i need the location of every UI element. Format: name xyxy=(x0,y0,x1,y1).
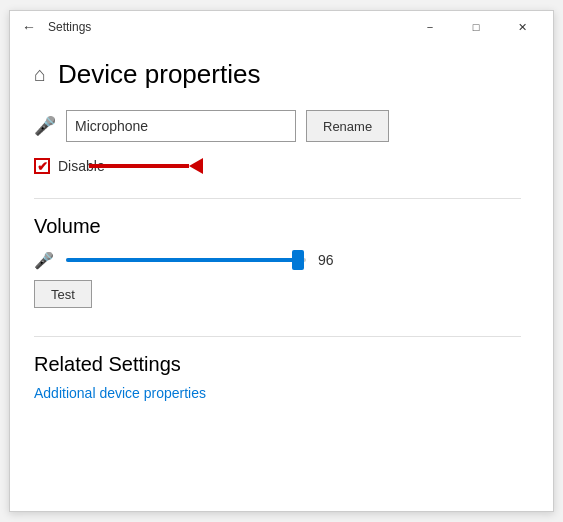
arrow-head xyxy=(189,158,203,174)
volume-row: 🎤 96 xyxy=(34,250,521,270)
close-button[interactable]: ✕ xyxy=(499,11,545,43)
title-bar-controls: − □ ✕ xyxy=(407,11,545,43)
device-name-row: 🎤 Rename xyxy=(34,110,521,142)
arrow-shaft xyxy=(89,164,189,168)
related-settings-title: Related Settings xyxy=(34,353,521,376)
rename-button[interactable]: Rename xyxy=(306,110,389,142)
minimize-button[interactable]: − xyxy=(407,11,453,43)
microphone-icon: 🎤 xyxy=(34,115,56,137)
disable-checkbox[interactable]: ✔ xyxy=(34,158,50,174)
additional-device-properties-link[interactable]: Additional device properties xyxy=(34,385,206,401)
volume-value: 96 xyxy=(318,252,342,268)
test-button[interactable]: Test xyxy=(34,280,92,308)
home-icon: ⌂ xyxy=(34,63,46,86)
content-area: ⌂ Device properties 🎤 Rename ✔ Disable V… xyxy=(10,43,553,511)
maximize-button[interactable]: □ xyxy=(453,11,499,43)
slider-fill xyxy=(66,258,296,262)
device-name-input[interactable] xyxy=(66,110,296,142)
volume-slider-container[interactable] xyxy=(66,250,306,270)
back-button[interactable]: ← xyxy=(18,17,40,37)
volume-section-title: Volume xyxy=(34,215,521,238)
page-title: Device properties xyxy=(58,59,260,90)
settings-window: ← Settings − □ ✕ ⌂ Device properties 🎤 R… xyxy=(9,10,554,512)
slider-thumb[interactable] xyxy=(292,250,304,270)
page-title-row: ⌂ Device properties xyxy=(34,59,521,90)
disable-arrow xyxy=(89,158,203,174)
title-bar: ← Settings − □ ✕ xyxy=(10,11,553,43)
checkbox-checkmark: ✔ xyxy=(37,160,48,173)
volume-mic-icon: 🎤 xyxy=(34,251,54,270)
title-bar-title: Settings xyxy=(48,20,91,34)
slider-track xyxy=(66,258,306,262)
title-bar-left: ← Settings xyxy=(18,17,91,37)
disable-row: ✔ Disable xyxy=(34,158,521,174)
related-divider xyxy=(34,336,521,337)
volume-divider xyxy=(34,198,521,199)
